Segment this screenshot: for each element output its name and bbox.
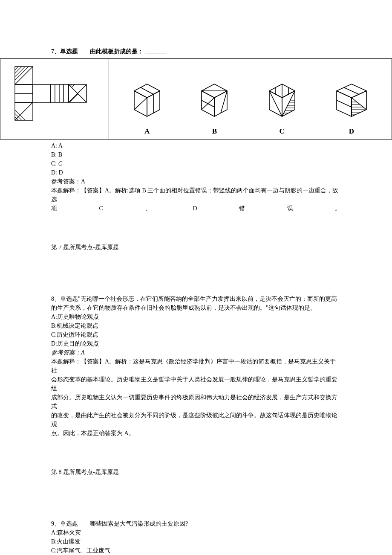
question-9: 9、单选题 哪些因素是大气污染形成的主要原因? A:森林火灾 B:火山爆发 C:… [51, 519, 341, 555]
q9-opt-b: B:火山爆发 [51, 537, 341, 546]
opt-d: D: D [51, 168, 341, 177]
svg-line-44 [202, 100, 214, 107]
svg-line-64 [337, 100, 352, 107]
question-7: 7、单选题 由此模板折成的是： [51, 47, 341, 252]
q8-stem-2: 的生产关系，在它的物质存在条件在旧社会的胎胞里成熟以前，是决不会出现的。"这句话… [51, 303, 341, 312]
svg-line-27 [15, 102, 33, 120]
q8-opt-d: D:历史目的论观点 [51, 339, 341, 348]
opt-c: C: C [51, 159, 341, 168]
q7-text-options: A: A B: B C: C D: D [51, 141, 341, 177]
svg-rect-10 [33, 84, 51, 102]
q7-answer: 参考答案：A [51, 177, 341, 186]
svg-line-1 [15, 67, 33, 84]
q8-exp-1: 本题解释：【答案】A。解析：这是马克思《政治经济学批判》序言中一段话的简要概括，… [51, 357, 341, 375]
q8-exp-5: 点。因此，本题正确答案为 A。 [51, 429, 341, 438]
q7-net [0, 59, 109, 139]
q7-explain-l2: 项 C 、 D 错 误 。 [51, 204, 341, 213]
q8-opt-b: B:机械决定论观点 [51, 321, 341, 330]
option-label-c: C [257, 126, 308, 137]
svg-line-37 [134, 98, 147, 110]
q8-opt-c: C:历史循环论观点 [51, 330, 341, 339]
opt-b: B: B [51, 150, 341, 159]
svg-line-45 [221, 91, 227, 113]
q8-footer: 第 8 题所属考点-题库原题 [51, 468, 341, 477]
cube-d-icon [324, 77, 379, 122]
q7-explain-l1: 本题解释：【答案】A。解析:选项 B 三个面的相对位置错误；带竖线的两个面均有一… [51, 186, 341, 204]
option-label-a: A [121, 126, 173, 137]
svg-line-36 [141, 87, 153, 94]
q9-stem: 9、单选题 哪些因素是大气污染形成的主要原因? [51, 519, 341, 528]
q8-exp-3: 成部分。历史唯物主义认为一切重要历史事件的终极原因和伟大动力是社会的经济发展，是… [51, 393, 341, 411]
q7-header: 7、单选题 由此模板折成的是： [51, 48, 144, 55]
cube-option-b: B [189, 77, 240, 137]
option-label-b: B [189, 126, 240, 137]
blank-line [145, 47, 167, 53]
cube-b-icon [189, 77, 240, 122]
cube-option-c: C [257, 77, 308, 137]
q8-exp-2: 会形态变革的基本理论。历史唯物主义是哲学中关于人类社会发展一般规律的理论，是马克… [51, 375, 341, 393]
q8-stem-1: 8、单选题"无论哪一个社会形态，在它们所能容纳的全部生产力发挥出来以前，是决不会… [51, 294, 341, 303]
svg-line-65 [344, 87, 359, 94]
cube-net-icon [11, 65, 102, 133]
opt-a: A: A [51, 141, 341, 150]
q9-opt-c: C:汽车尾气、工业废气 [51, 546, 341, 555]
q8-exp-4: 的改变，是由此产生的社会被划分为不同的阶级，是这些阶级彼此之间的斗争。故这句话体… [51, 411, 341, 429]
svg-line-60 [282, 91, 295, 116]
q8-opt-a: A:历史唯物论观点 [51, 312, 341, 321]
q7-footer: 第 7 题所属考点-题库原题 [51, 243, 341, 252]
q7-options-figure: A B [109, 59, 392, 139]
svg-line-52 [269, 91, 282, 116]
cube-a-icon [121, 77, 173, 122]
cube-c-icon [257, 77, 308, 122]
q9-opt-a: A:森林火灾 [51, 528, 341, 537]
cube-option-d: D [324, 77, 379, 137]
q8-answer: 参考答案：A [51, 348, 341, 357]
svg-rect-11 [51, 84, 69, 102]
svg-line-66 [352, 98, 366, 110]
q7-figure: A B [0, 58, 392, 139]
option-label-d: D [324, 126, 379, 137]
cube-option-a: A [121, 77, 173, 137]
question-8: 8、单选题"无论哪一个社会形态，在它们所能容纳的全部生产力发挥出来以前，是决不会… [51, 294, 341, 477]
